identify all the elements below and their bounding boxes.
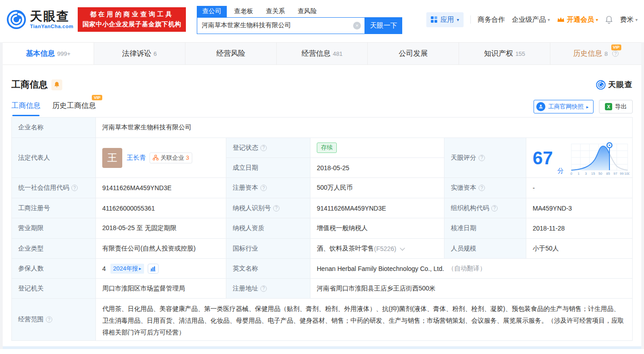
field-value-registered-capital: 500万人民币	[310, 178, 444, 198]
insured-trend-chart-button[interactable]	[148, 264, 159, 274]
field-label-registration-status: 登记状态 ?	[226, 138, 310, 158]
paid-capital-help-icon[interactable]: ?	[479, 185, 485, 191]
stamp-icon	[536, 102, 545, 111]
legal-rep-name-link[interactable]: 王长青	[127, 154, 146, 162]
credit-code-label: 统一社会信用代码	[18, 184, 69, 192]
search-tab-company[interactable]: 查公司	[197, 6, 227, 17]
field-label-registered-capital: 注册资本 ?	[226, 178, 310, 198]
reg-authority-value: 周口市淮阳区市场监督管理局	[102, 285, 185, 293]
user-caret-icon: ▾	[635, 17, 638, 22]
tab-legal-count: 6	[154, 50, 157, 57]
tab-basic-info[interactable]: 基本信息 999+	[3, 43, 94, 64]
field-value-registration-status: 存续	[310, 138, 444, 158]
field-label-company-name: 企业名称	[12, 118, 96, 138]
tianyancha-logo-icon	[6, 10, 26, 30]
paid-capital-label: 实缴资本	[451, 184, 476, 192]
industry-expand-chevron-icon[interactable]	[400, 245, 405, 250]
user-menu[interactable]: 费米 ▾	[620, 15, 638, 24]
field-value-paid-capital: -	[526, 178, 633, 198]
tab-operation-info[interactable]: 经营信息 481	[277, 43, 368, 64]
field-value-business-term: 2018-05-25 至 无固定期限	[96, 218, 226, 239]
clear-search-icon[interactable]: ×	[353, 22, 361, 30]
tyc-score-help-icon[interactable]: ?	[479, 155, 485, 161]
header-gap	[0, 39, 644, 42]
notification-bell-icon[interactable]	[605, 15, 613, 24]
tab-intellectual-property[interactable]: 知识产权 155	[459, 43, 550, 64]
username: 费米	[620, 15, 634, 24]
subtab-history-business-info[interactable]: 历史工商信息 VIP	[52, 101, 96, 116]
field-label-company-type: 企业类型	[12, 239, 96, 259]
subscribe-bell-icon[interactable]	[51, 79, 62, 90]
top-bar: 天眼查 TianYanCha.com 都在用的商业查询工具 国家中小企业发展子基…	[0, 0, 644, 39]
search-button[interactable]: 天眼一下	[365, 17, 402, 34]
official-snapshot-button[interactable]: 工商官网快照 ▸	[534, 100, 594, 113]
company-name-value: 河南草本世家生物科技有限公司	[102, 123, 191, 132]
enterprise-caret-icon: ▾	[548, 17, 550, 22]
company-type-value: 有限责任公司(自然人投资或控股)	[102, 245, 195, 253]
search-tabs: 查公司 查老板 查关系 查风险	[197, 5, 402, 17]
reg-status-help-icon[interactable]: ?	[260, 145, 267, 151]
org-code-label: 组织机构代码	[451, 204, 489, 212]
related-companies-badge[interactable]: 关联企业 3	[150, 152, 192, 163]
tab-legal-label: 法律诉讼	[122, 49, 151, 59]
status-date-group: 登记状态 ? 存续 成立日期 2018-05-25	[226, 138, 444, 178]
search-input[interactable]: 河南草本世家生物科技有限公司 ×	[197, 17, 365, 34]
taxpayer-id-value: 91411626MA459YND3E	[317, 205, 386, 212]
field-value-registration-authority: 周口市淮阳区市场监督管理局	[96, 279, 226, 299]
svg-text:85: 85	[606, 172, 609, 176]
taxpayer-id-help-icon[interactable]: ?	[273, 205, 280, 211]
next-section-edge	[3, 346, 641, 349]
field-label-business-scope: 经营范围 ?	[12, 299, 96, 341]
business-scope-value: 代用茶、日化用品、美容健康产品、第一类医疗器械、保健用品（贴剂、膏剂、粉剂、外用…	[102, 303, 626, 339]
field-value-approval-date: 2018-11-28	[526, 218, 633, 239]
menu-item-business-cooperation[interactable]: 商务合作	[478, 15, 505, 24]
business-scope-help-icon[interactable]: ?	[46, 316, 52, 323]
org-code-value: MA459YND-3	[533, 205, 572, 212]
org-code-help-icon[interactable]: ?	[491, 205, 498, 211]
business-info-subtabs: 工商信息 历史工商信息 VIP	[11, 101, 96, 116]
annual-report-arrow-icon: ▸	[139, 266, 141, 271]
tianyancha-logo[interactable]: 天眼查 TianYanCha.com	[6, 10, 73, 30]
history-vip-badge: VIP	[611, 44, 622, 50]
annual-report-label: 2024年报	[113, 265, 138, 273]
legal-rep-avatar[interactable]: 王	[102, 148, 122, 168]
reg-capital-help-icon[interactable]: ?	[260, 185, 267, 191]
industry-code: (F5226)	[374, 245, 396, 252]
subtab-history-label: 历史工商信息	[52, 102, 96, 109]
svg-text:97: 97	[613, 172, 617, 176]
subtab-business-info[interactable]: 工商信息	[11, 101, 40, 116]
annual-report-badge[interactable]: 2024年报 ▸	[110, 264, 144, 274]
auto-translate-note: （自动翻译）	[448, 265, 486, 273]
brand-domain: TianYanCha.com	[30, 24, 73, 29]
reg-address-help-icon[interactable]: ?	[260, 285, 267, 292]
credit-code-help-icon[interactable]: ?	[71, 185, 78, 191]
legal-rep-label: 法定代表人	[18, 154, 50, 162]
field-value-industry: 酒、饮料及茶叶零售 (F5226)	[310, 239, 444, 259]
tab-company-development[interactable]: 公司发展	[368, 43, 459, 64]
search-tab-boss[interactable]: 查老板	[229, 6, 259, 17]
section-title: 工商信息	[11, 79, 48, 91]
company-name-label: 企业名称	[18, 123, 44, 132]
reg-capital-label: 注册资本	[233, 184, 258, 192]
excel-icon: X	[605, 103, 612, 110]
business-term-value: 2018-05-25 至 无固定期限	[102, 224, 176, 232]
field-label-paid-capital: 实缴资本 ?	[444, 178, 526, 198]
search-input-value: 河南草本世家生物科技有限公司	[202, 21, 353, 30]
reg-authority-label: 登记机关	[18, 285, 44, 293]
field-label-english-name: 英文名称	[226, 259, 310, 279]
history-help-icon[interactable]: ?	[612, 50, 619, 57]
approval-date-value: 2018-11-28	[533, 225, 565, 232]
search-tab-risk[interactable]: 查风险	[292, 6, 322, 17]
menu-item-enterprise-products[interactable]: 企业级产品 ▾	[512, 15, 550, 24]
apps-menu[interactable]: 应用 ▾	[426, 12, 464, 27]
tab-history-info[interactable]: VIP 历史信息 8 ?	[550, 43, 641, 64]
reg-number-value: 411626000055361	[102, 205, 155, 212]
insured-count-value: 4	[102, 265, 106, 272]
reg-address-value: 河南省周口市淮阳县王店乡王店街西500米	[317, 285, 435, 293]
tab-operation-risk[interactable]: 经营风险	[185, 43, 277, 64]
search-tab-relation[interactable]: 查关系	[260, 6, 290, 17]
export-button[interactable]: X 导出	[599, 100, 633, 113]
menu-item-open-vip[interactable]: 开通会员 ▾	[557, 15, 598, 24]
field-value-legal-representative: 王 王长青 关联企业 3	[96, 138, 226, 178]
tab-legal-proceedings[interactable]: 法律诉讼 6	[94, 43, 185, 64]
